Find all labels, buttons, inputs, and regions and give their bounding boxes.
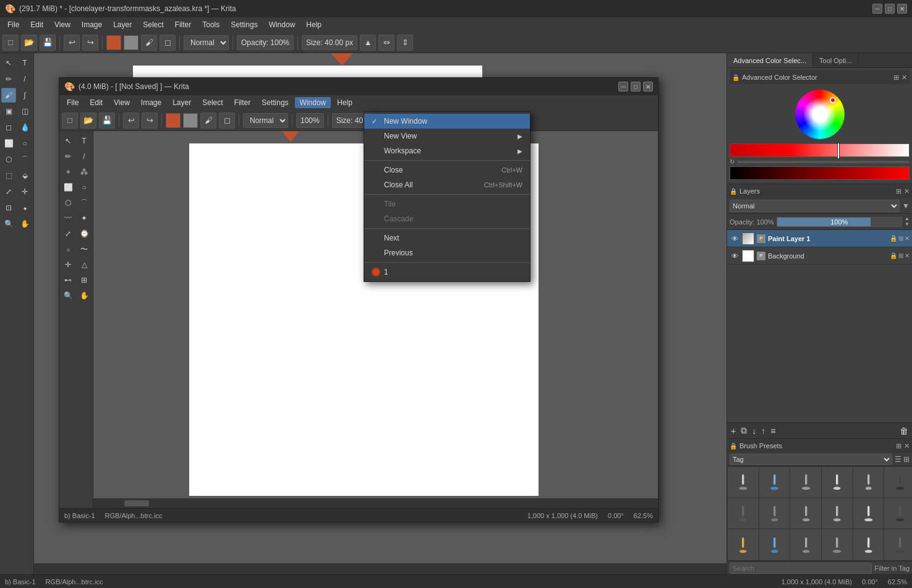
layers-blend-mode-select[interactable]: Normal bbox=[730, 200, 900, 212]
add-layer-button[interactable]: + bbox=[730, 425, 737, 437]
layer-eye-paint-layer-1[interactable]: 👁 bbox=[730, 234, 739, 244]
inner-freehand-path-tool[interactable]: ⌒ bbox=[77, 195, 92, 210]
inner-pan-tool[interactable]: ✋ bbox=[77, 288, 92, 303]
inner-new-doc-icon[interactable]: □ bbox=[62, 113, 78, 129]
inner-polygon-tool[interactable]: ⬡ bbox=[61, 195, 75, 210]
bp-close-icon[interactable]: ✕ bbox=[904, 442, 910, 450]
inner-smart-patch-tool[interactable]: ⌖ bbox=[61, 164, 75, 179]
menu-view[interactable]: View bbox=[49, 19, 75, 30]
fg-color-swatch[interactable] bbox=[106, 35, 121, 50]
perspective-tool[interactable]: ⬥ bbox=[17, 200, 32, 215]
opacity-down-arrow[interactable]: ▼ bbox=[905, 222, 910, 227]
inner-open-icon[interactable]: 📂 bbox=[80, 113, 96, 129]
bp-list-view-icon[interactable]: ☰ bbox=[895, 455, 901, 464]
brush-item-10[interactable] bbox=[822, 498, 853, 529]
inner-menu-settings[interactable]: Settings bbox=[257, 97, 293, 108]
zoom-tool[interactable]: 🔍 bbox=[1, 216, 16, 231]
layers-opacity-bar[interactable]: 100% bbox=[777, 217, 903, 227]
color-select-tool[interactable]: ⬙ bbox=[17, 168, 32, 183]
layer-settings-button[interactable]: ≡ bbox=[769, 425, 777, 437]
inner-minimize-button[interactable]: ─ bbox=[618, 82, 628, 92]
brush-item-18[interactable] bbox=[884, 529, 912, 560]
move-tool[interactable]: ✛ bbox=[17, 184, 32, 199]
layers-filter-icon[interactable]: ▼ bbox=[902, 202, 910, 210]
eraser-preset-icon[interactable]: ◻ bbox=[160, 35, 176, 51]
inner-multipoint-tool[interactable]: ✦ bbox=[77, 211, 92, 226]
menu-help[interactable]: Help bbox=[301, 19, 326, 30]
bg-color-swatch[interactable] bbox=[124, 35, 139, 50]
transform-tool[interactable]: ⤢ bbox=[1, 184, 16, 199]
tab-advanced-color-selector[interactable]: Advanced Color Selec... bbox=[727, 53, 813, 67]
color-sample-tool[interactable]: 💧 bbox=[17, 120, 32, 135]
inner-text-tool[interactable]: T bbox=[77, 134, 92, 148]
pan-tool[interactable]: ✋ bbox=[17, 216, 32, 231]
wm-previous[interactable]: Previous bbox=[364, 245, 530, 260]
bp-tag-select[interactable]: Tag bbox=[730, 454, 892, 465]
brush-item-14[interactable] bbox=[759, 529, 790, 560]
inner-menu-layer[interactable]: Layer bbox=[168, 97, 196, 108]
paint-brush-tool[interactable]: 🖌 bbox=[1, 88, 16, 103]
wm-close-all[interactable]: Close All Ctrl+Shift+W bbox=[364, 177, 530, 192]
menu-layer[interactable]: Layer bbox=[108, 19, 137, 30]
calligraphy-tool[interactable]: ∫ bbox=[17, 88, 32, 103]
inner-brush-icon[interactable]: 🖌 bbox=[200, 113, 216, 129]
color-selector-close-icon[interactable]: ✕ bbox=[901, 74, 907, 82]
wm-workspace[interactable]: Workspace ▶ bbox=[364, 143, 530, 158]
inner-dynamic-brush-tool[interactable]: 〰 bbox=[61, 211, 75, 226]
menu-select[interactable]: Select bbox=[138, 19, 168, 30]
crop-tool[interactable]: ⊡ bbox=[1, 200, 16, 215]
maximize-button[interactable]: □ bbox=[885, 4, 895, 14]
brush-item-1[interactable] bbox=[728, 467, 759, 498]
brush-item-3[interactable] bbox=[790, 467, 821, 498]
inner-save-icon[interactable]: 💾 bbox=[99, 113, 115, 129]
brush-item-17[interactable] bbox=[853, 529, 884, 560]
layer-close-bg[interactable]: ✕ bbox=[905, 252, 910, 259]
wm-new-window[interactable]: ✓ New Window bbox=[364, 114, 530, 129]
inner-assistant-tool[interactable]: △ bbox=[77, 257, 92, 272]
brush-item-5[interactable] bbox=[853, 467, 884, 498]
open-icon[interactable]: 📂 bbox=[21, 35, 37, 51]
copy-layer-button[interactable]: ⧉ bbox=[739, 424, 748, 437]
wm-new-view[interactable]: New View ▶ bbox=[364, 129, 530, 143]
brush-item-4[interactable] bbox=[822, 467, 853, 498]
layers-close-icon[interactable]: ✕ bbox=[904, 187, 910, 195]
mirror-v-icon[interactable]: ⇕ bbox=[397, 35, 413, 51]
menu-edit[interactable]: Edit bbox=[25, 19, 48, 30]
inner-menu-image[interactable]: Image bbox=[136, 97, 166, 108]
layers-expand-icon[interactable]: ⊞ bbox=[896, 187, 901, 195]
inner-select-tool[interactable]: ↖ bbox=[61, 134, 75, 148]
menu-window[interactable]: Window bbox=[264, 19, 300, 30]
inner-undo-icon[interactable]: ↩ bbox=[123, 113, 139, 129]
inner-cage-transform-tool[interactable]: ⬦ bbox=[61, 242, 75, 257]
rect-select-tool[interactable]: ⬜ bbox=[1, 136, 16, 151]
color-wheel[interactable] bbox=[795, 90, 845, 139]
select-tool[interactable]: ↖ bbox=[1, 56, 16, 70]
color-refresh-icon[interactable]: ↻ bbox=[730, 158, 735, 165]
inner-fg-color-swatch[interactable] bbox=[166, 113, 181, 128]
inner-scrollbar-h[interactable] bbox=[93, 498, 658, 508]
brush-item-2[interactable] bbox=[759, 467, 790, 498]
text-tool[interactable]: T bbox=[17, 56, 32, 70]
fill-tool[interactable]: ▣ bbox=[1, 104, 16, 119]
inner-close-button[interactable]: ✕ bbox=[643, 82, 653, 92]
brush-item-8[interactable] bbox=[759, 498, 790, 529]
inner-rect-tool[interactable]: ⬜ bbox=[61, 180, 75, 195]
menu-tools[interactable]: Tools bbox=[197, 19, 224, 30]
inner-multi-brush-tool[interactable]: ⁂ bbox=[77, 164, 92, 179]
color-selector-expand-icon[interactable]: ⊞ bbox=[893, 74, 899, 82]
inner-blend-mode-select[interactable]: Normal bbox=[243, 113, 288, 128]
color-gradient-bar-sat[interactable] bbox=[730, 166, 910, 180]
brush-item-7[interactable] bbox=[728, 498, 759, 529]
layer-expand-bg[interactable]: ⊞ bbox=[898, 252, 903, 259]
layer-row-background[interactable]: 👁 P Background 🔒 ⊞ ✕ bbox=[727, 247, 912, 265]
inner-freehand-tool[interactable]: ✏ bbox=[61, 149, 75, 164]
inner-menu-filter[interactable]: Filter bbox=[229, 97, 256, 108]
bp-search-input[interactable] bbox=[730, 563, 872, 574]
move-layer-down-button[interactable]: ↓ bbox=[751, 425, 757, 437]
outer-scrollbar-h[interactable] bbox=[34, 563, 727, 574]
delete-layer-button[interactable]: 🗑 bbox=[898, 425, 910, 437]
inner-menu-edit[interactable]: Edit bbox=[85, 97, 108, 108]
bp-grid-view-icon[interactable]: ⊞ bbox=[903, 455, 910, 464]
bp-expand-icon[interactable]: ⊞ bbox=[896, 442, 901, 450]
wm-close[interactable]: Close Ctrl+W bbox=[364, 163, 530, 177]
